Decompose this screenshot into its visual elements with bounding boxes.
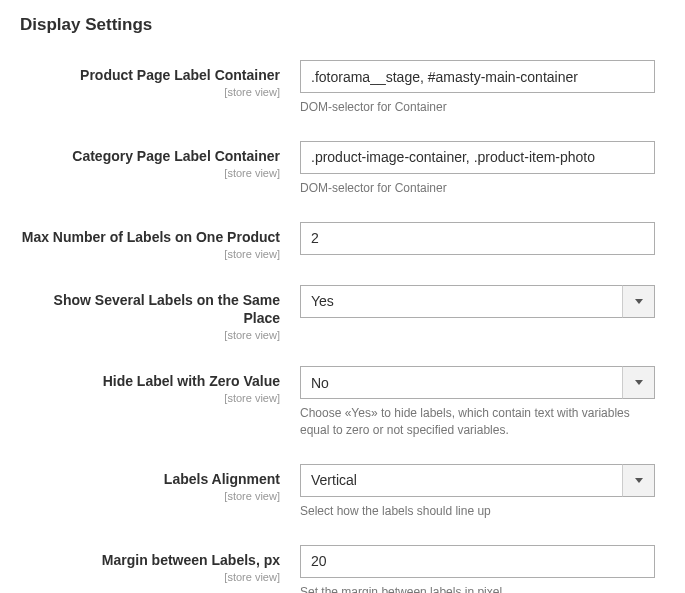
max-labels-input[interactable] <box>300 222 655 255</box>
input-col: Vertical Select how the labels should li… <box>300 464 655 520</box>
field-scope: [store view] <box>20 329 280 341</box>
alignment-select[interactable]: Vertical <box>300 464 655 497</box>
field-label: Margin between Labels, px <box>20 551 280 569</box>
label-col: Hide Label with Zero Value [store view] <box>20 366 300 404</box>
input-col: Yes <box>300 285 655 318</box>
field-scope: [store view] <box>20 490 280 502</box>
product-page-container-input[interactable] <box>300 60 655 93</box>
input-col: DOM-selector for Container <box>300 141 655 197</box>
input-col: DOM-selector for Container <box>300 60 655 116</box>
label-col: Margin between Labels, px [store view] <box>20 545 300 583</box>
field-category-page-container: Category Page Label Container [store vie… <box>20 141 665 197</box>
label-col: Product Page Label Container [store view… <box>20 60 300 98</box>
field-product-page-container: Product Page Label Container [store view… <box>20 60 665 116</box>
field-hide-zero: Hide Label with Zero Value [store view] … <box>20 366 665 439</box>
label-col: Max Number of Labels on One Product [sto… <box>20 222 300 260</box>
field-margin: Margin between Labels, px [store view] S… <box>20 545 665 593</box>
field-several-same-place: Show Several Labels on the Same Place [s… <box>20 285 665 341</box>
field-label: Hide Label with Zero Value <box>20 372 280 390</box>
label-col: Show Several Labels on the Same Place [s… <box>20 285 300 341</box>
field-label: Product Page Label Container <box>20 66 280 84</box>
field-label: Category Page Label Container <box>20 147 280 165</box>
several-same-place-select[interactable]: Yes <box>300 285 655 318</box>
input-col: Set the margin between labels in pixel <box>300 545 655 593</box>
field-note: Choose «Yes» to hide labels, which conta… <box>300 405 655 439</box>
input-col: No Choose «Yes» to hide labels, which co… <box>300 366 655 439</box>
field-note: DOM-selector for Container <box>300 180 655 197</box>
field-scope: [store view] <box>20 571 280 583</box>
field-scope: [store view] <box>20 86 280 98</box>
field-label: Show Several Labels on the Same Place <box>20 291 280 327</box>
field-scope: [store view] <box>20 392 280 404</box>
field-note: DOM-selector for Container <box>300 99 655 116</box>
field-note: Set the margin between labels in pixel <box>300 584 655 593</box>
section-title: Display Settings <box>20 15 665 35</box>
field-max-labels: Max Number of Labels on One Product [sto… <box>20 222 665 260</box>
field-alignment: Labels Alignment [store view] Vertical S… <box>20 464 665 520</box>
hide-zero-select[interactable]: No <box>300 366 655 399</box>
input-col <box>300 222 655 255</box>
label-col: Category Page Label Container [store vie… <box>20 141 300 179</box>
field-scope: [store view] <box>20 248 280 260</box>
margin-input[interactable] <box>300 545 655 578</box>
field-label: Max Number of Labels on One Product <box>20 228 280 246</box>
field-note: Select how the labels should line up <box>300 503 655 520</box>
label-col: Labels Alignment [store view] <box>20 464 300 502</box>
field-label: Labels Alignment <box>20 470 280 488</box>
category-page-container-input[interactable] <box>300 141 655 174</box>
field-scope: [store view] <box>20 167 280 179</box>
